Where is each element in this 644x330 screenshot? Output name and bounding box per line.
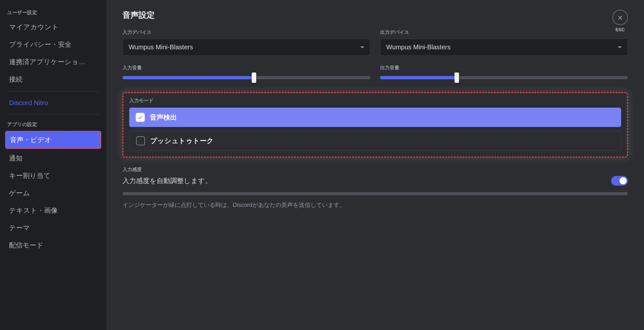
close-label: ESC [612,27,628,32]
input-sensitivity-label: 入力感度 [122,167,628,173]
sensitivity-indicator-bar [122,192,628,195]
page-title: 音声設定 [122,10,628,20]
sidebar-item-appearance[interactable]: テーマ [5,220,101,236]
close-icon [612,10,628,25]
sensitivity-hint: インジケーターが緑に点灯している時は、Discordがあなたの美声を送信していま… [122,201,628,209]
slider-thumb[interactable] [454,73,459,83]
settings-content: ESC 音声設定 入力デバイス Wumpus Mini-Blasters 出力デ… [106,0,644,330]
sidebar-category-user: ユーザー設定 [3,6,103,18]
input-mode-push-to-talk[interactable]: プッシュトゥトーク [129,131,621,151]
close-button[interactable]: ESC [612,10,628,32]
chevron-down-icon [618,46,622,48]
sidebar-item-games[interactable]: ゲーム [5,185,101,201]
input-volume-label: 入力音量 [122,65,370,71]
auto-sensitivity-toggle[interactable] [611,176,628,186]
input-volume-slider[interactable] [122,76,370,79]
input-mode-label: 入力モード [129,98,621,104]
sidebar-item-text-images[interactable]: テキスト・画像 [5,202,101,218]
chevron-down-icon [360,46,364,48]
sidebar-item-voice-video[interactable]: 音声・ビデオ [5,131,101,149]
sidebar-item-notifications[interactable]: 通知 [5,150,101,166]
auto-sensitivity-desc: 入力感度を自動調整します。 [122,176,212,185]
sidebar-item-authorized-apps[interactable]: 連携済アプリケーショ… [5,54,101,70]
checkbox-unchecked-icon [136,136,145,145]
output-device-label: 出力デバイス [380,29,628,35]
sidebar-item-connections[interactable]: 接続 [5,71,101,87]
sidebar-item-streamer-mode[interactable]: 配信モード [5,237,101,253]
output-device-select[interactable]: Wumpus Mini-Blasters [380,39,628,56]
divider [8,91,99,92]
input-mode-voice-activity[interactable]: 音声検出 [129,108,621,127]
option-label: プッシュトゥトーク [150,136,214,145]
output-volume-slider[interactable] [380,76,628,79]
sidebar-item-nitro[interactable]: Discord Nitro [5,95,101,110]
sidebar-item-keybinds[interactable]: キー割り当て [5,168,101,184]
settings-sidebar: ユーザー設定 マイアカウント プライバシー・安全 連携済アプリケーショ… 接続 … [0,0,106,330]
toggle-knob [620,177,627,184]
sidebar-item-privacy[interactable]: プライバシー・安全 [5,36,101,53]
input-sensitivity-section: 入力感度 入力感度を自動調整します。 インジケーターが緑に点灯している時は、Di… [122,167,628,209]
input-device-select[interactable]: Wumpus Mini-Blasters [122,39,370,56]
slider-thumb[interactable] [252,73,256,83]
sidebar-item-my-account[interactable]: マイアカウント [5,19,101,35]
sidebar-category-app: アプリの設定 [3,118,103,130]
output-device-value: Wumpus Mini-Blasters [386,44,451,51]
checkbox-checked-icon [136,113,145,122]
input-device-label: 入力デバイス [122,29,370,35]
output-volume-label: 出力音量 [380,65,628,71]
input-mode-section: 入力モード 音声検出 プッシュトゥトーク [122,92,628,158]
input-device-value: Wumpus Mini-Blasters [129,44,193,51]
option-label: 音声検出 [150,113,177,122]
divider [8,114,99,114]
